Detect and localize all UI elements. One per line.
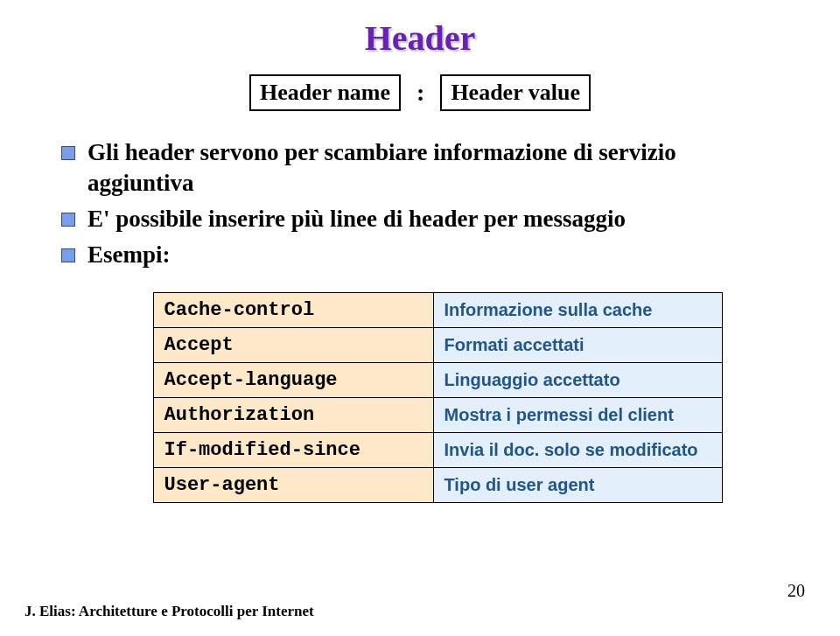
slide-title: Header (52, 17, 788, 59)
bullet-item: Esempi: (61, 240, 788, 270)
header-code-cell: If-modified-since (153, 433, 433, 468)
bullet-icon (61, 146, 75, 160)
colon: : (416, 79, 424, 107)
bullet-item: Gli header servono per scambiare informa… (61, 137, 788, 199)
header-desc-cell: Formati accettati (433, 328, 722, 363)
table-row: Cache-control Informazione sulla cache (153, 293, 722, 328)
header-desc-cell: Linguaggio accettato (433, 363, 722, 398)
header-code-cell: Accept (153, 328, 433, 363)
table-row: User-agent Tipo di user agent (153, 468, 722, 503)
header-box-row: Header name : Header value (52, 74, 788, 111)
bullet-list: Gli header servono per scambiare informa… (61, 137, 788, 270)
examples-table: Cache-control Informazione sulla cache A… (153, 292, 723, 503)
header-code-cell: Authorization (153, 398, 433, 433)
footer-text: J. Elias: Architetture e Protocolli per … (24, 603, 314, 620)
bullet-icon (61, 213, 75, 227)
page-number: 20 (788, 581, 805, 601)
bullet-item: E' possibile inserire più linee di heade… (61, 204, 788, 234)
header-value-box: Header value (440, 74, 591, 111)
slide: Header Header name : Header value Gli he… (0, 0, 840, 636)
examples-table-wrap: Cache-control Informazione sulla cache A… (88, 292, 788, 503)
header-code-cell: User-agent (153, 468, 433, 503)
table-row: Authorization Mostra i permessi del clie… (153, 398, 722, 433)
header-name-box: Header name (249, 74, 401, 111)
bullet-text: E' possibile inserire più linee di heade… (88, 204, 626, 234)
table-row: If-modified-since Invia il doc. solo se … (153, 433, 722, 468)
bullet-text: Gli header servono per scambiare informa… (88, 137, 788, 199)
header-desc-cell: Invia il doc. solo se modificato (433, 433, 722, 468)
header-desc-cell: Mostra i permessi del client (433, 398, 722, 433)
header-code-cell: Accept-language (153, 363, 433, 398)
header-desc-cell: Tipo di user agent (433, 468, 722, 503)
bullet-text: Esempi: (88, 240, 171, 270)
table-row: Accept-language Linguaggio accettato (153, 363, 722, 398)
table-row: Accept Formati accettati (153, 328, 722, 363)
header-code-cell: Cache-control (153, 293, 433, 328)
bullet-icon (61, 248, 75, 262)
header-desc-cell: Informazione sulla cache (433, 293, 722, 328)
